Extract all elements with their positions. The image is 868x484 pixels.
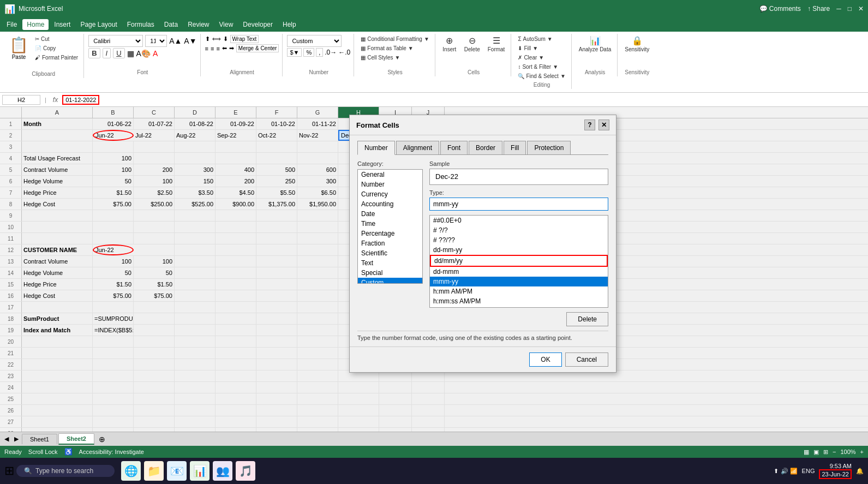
- category-special[interactable]: Special: [358, 268, 422, 278]
- cancel-button[interactable]: Cancel: [565, 352, 608, 367]
- category-time[interactable]: Time: [358, 219, 422, 229]
- ok-button[interactable]: OK: [529, 352, 561, 367]
- category-accounting[interactable]: Accounting: [358, 199, 422, 209]
- category-custom[interactable]: Custom: [358, 278, 422, 284]
- format-item[interactable]: # ?/?: [430, 225, 608, 235]
- dialog-overlay: Format Cells ? ✕ Number Alignment Font B…: [0, 0, 868, 458]
- category-section: Category: General Number Currency Accoun…: [357, 160, 423, 326]
- delete-format-button[interactable]: Delete: [566, 312, 608, 326]
- dialog-tab-protection[interactable]: Protection: [527, 141, 571, 154]
- category-percentage[interactable]: Percentage: [358, 229, 422, 238]
- category-currency[interactable]: Currency: [358, 189, 422, 199]
- dialog-title: Format Cells: [356, 121, 399, 129]
- category-text[interactable]: Text: [358, 258, 422, 268]
- category-scientific[interactable]: Scientific: [358, 248, 422, 258]
- delete-area: Delete: [429, 312, 608, 326]
- dialog-tab-fill[interactable]: Fill: [504, 141, 526, 154]
- format-section: Sample Dec-22 Type: ##0.0E+0 # ?/? # ??/…: [429, 160, 608, 326]
- dialog-footer: OK Cancel: [350, 346, 616, 372]
- dialog-tab-number[interactable]: Number: [357, 141, 395, 155]
- category-date[interactable]: Date: [358, 209, 422, 219]
- format-cells-dialog: Format Cells ? ✕ Number Alignment Font B…: [349, 115, 616, 373]
- format-item-mmm-yy[interactable]: mmm-yy: [430, 277, 608, 286]
- sample-label: Sample: [429, 160, 608, 167]
- category-fraction[interactable]: Fraction: [358, 238, 422, 248]
- category-general[interactable]: General: [358, 170, 422, 180]
- dialog-title-controls: ? ✕: [584, 119, 609, 130]
- category-label: Category:: [357, 160, 423, 167]
- format-item[interactable]: h:mm AM/PM: [430, 286, 608, 296]
- type-label: Type:: [429, 189, 608, 196]
- dialog-content: Number Alignment Font Border Fill Protec…: [350, 135, 616, 346]
- format-item[interactable]: h:mm:ss AM/PM: [430, 296, 608, 306]
- format-list[interactable]: ##0.0E+0 # ?/? # ??/?? dd-mm-yy dd/mm/yy…: [429, 215, 608, 308]
- dialog-close-btn[interactable]: ✕: [598, 119, 609, 130]
- format-item[interactable]: dd-mm-yy: [430, 245, 608, 255]
- dialog-help-text: Type the number format code, using one o…: [357, 331, 608, 341]
- format-item[interactable]: dd/mm/yy: [430, 255, 608, 267]
- format-item[interactable]: h:mm: [430, 306, 608, 308]
- sample-area: Sample Dec-22: [429, 160, 608, 185]
- category-list[interactable]: General Number Currency Accounting Date …: [357, 169, 423, 284]
- sample-box: Dec-22: [429, 169, 608, 185]
- format-item[interactable]: ##0.0E+0: [430, 216, 608, 225]
- category-number[interactable]: Number: [358, 180, 422, 189]
- dialog-tab-border[interactable]: Border: [469, 141, 502, 154]
- type-input[interactable]: [429, 198, 608, 211]
- format-item[interactable]: dd-mmm: [430, 267, 608, 277]
- dialog-body: Category: General Number Currency Accoun…: [357, 160, 608, 326]
- dialog-tab-font[interactable]: Font: [440, 141, 468, 154]
- dialog-tabs: Number Alignment Font Border Fill Protec…: [357, 141, 608, 155]
- type-area: Type:: [429, 189, 608, 211]
- dialog-help-btn[interactable]: ?: [584, 119, 595, 130]
- dialog-tab-alignment[interactable]: Alignment: [396, 141, 439, 154]
- dialog-title-bar[interactable]: Format Cells ? ✕: [350, 115, 616, 135]
- format-item[interactable]: # ??/??: [430, 235, 608, 245]
